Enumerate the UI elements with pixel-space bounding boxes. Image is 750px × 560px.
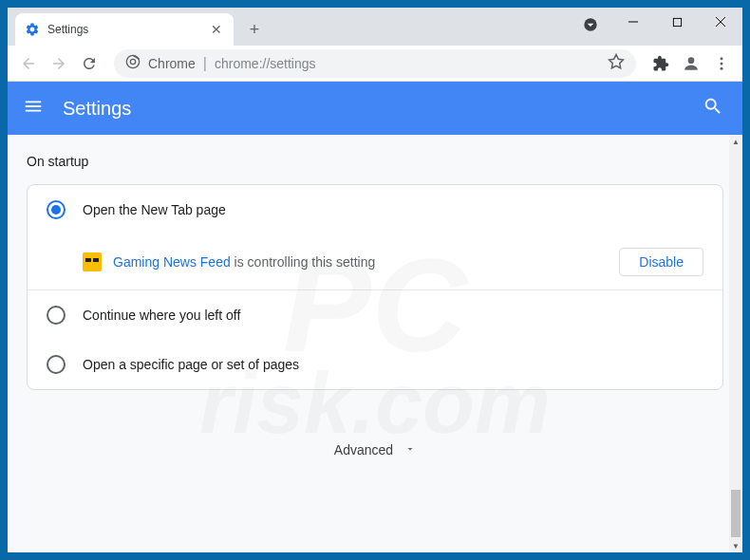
svg-point-5 [126, 55, 139, 67]
disable-button[interactable]: Disable [619, 248, 703, 276]
extension-name-link[interactable]: Gaming News Feed [113, 254, 231, 270]
startup-options-card: Open the New Tab page Gaming News Feed i… [27, 184, 723, 390]
scroll-thumb[interactable] [731, 490, 741, 537]
svg-point-8 [688, 57, 695, 64]
page-title: Settings [63, 98, 131, 120]
settings-gear-icon [25, 22, 40, 37]
controlled-by-extension-row: Gaming News Feed is controlling this set… [28, 234, 722, 290]
option-label: Open a specific page or set of pages [83, 357, 299, 372]
address-label: Chrome [148, 56, 196, 71]
address-bar[interactable]: Chrome | chrome://settings [114, 49, 636, 78]
hamburger-menu-icon[interactable] [23, 96, 44, 121]
radio-specific[interactable] [47, 355, 66, 374]
content-area: Settings PC risk.com On startup Open the… [8, 82, 742, 552]
close-tab-icon[interactable]: ✕ [209, 22, 224, 37]
forward-button[interactable] [46, 50, 72, 77]
search-icon[interactable] [703, 96, 723, 121]
browser-tab[interactable]: Settings ✕ [15, 13, 234, 46]
advanced-label: Advanced [334, 442, 393, 457]
option-continue[interactable]: Continue where you left off [28, 290, 722, 340]
reload-button[interactable] [76, 50, 103, 77]
kebab-menu-icon[interactable] [708, 50, 735, 77]
svg-point-10 [721, 62, 723, 65]
svg-rect-2 [673, 18, 681, 26]
radio-continue[interactable] [47, 306, 66, 325]
minimize-button[interactable] [611, 8, 655, 36]
tab-action-icon[interactable] [581, 15, 600, 34]
window-controls [611, 8, 742, 36]
back-button[interactable] [15, 50, 42, 77]
new-tab-button[interactable]: + [241, 16, 268, 43]
browser-window: Settings ✕ + [8, 8, 742, 552]
svg-point-6 [130, 59, 135, 64]
profile-avatar-icon[interactable] [678, 50, 704, 77]
controlled-suffix: is controlling this setting [231, 254, 376, 270]
option-label: Continue where you left off [83, 308, 240, 323]
close-window-button[interactable] [699, 8, 742, 36]
advanced-toggle[interactable]: Advanced [27, 428, 723, 472]
address-divider: | [203, 55, 207, 72]
extensions-puzzle-icon[interactable] [647, 50, 674, 77]
settings-header: Settings [8, 82, 742, 135]
option-new-tab[interactable]: Open the New Tab page [28, 185, 722, 234]
settings-body: PC risk.com On startup Open the New Tab … [8, 135, 742, 552]
scrollbar[interactable]: ▲ ▼ [729, 135, 742, 552]
maximize-button[interactable] [655, 8, 699, 36]
address-url: chrome://settings [215, 56, 600, 71]
chrome-icon [125, 54, 141, 73]
option-label: Open the New Tab page [83, 202, 226, 217]
browser-toolbar: Chrome | chrome://settings [8, 46, 742, 82]
option-specific[interactable]: Open a specific page or set of pages [28, 340, 722, 389]
controlled-text: Gaming News Feed is controlling this set… [113, 254, 608, 270]
titlebar: Settings ✕ + [8, 8, 742, 46]
section-title: On startup [27, 154, 723, 169]
scroll-up-arrow-icon[interactable]: ▲ [729, 135, 742, 148]
chevron-down-icon [404, 441, 416, 458]
tab-title: Settings [47, 23, 201, 36]
svg-point-9 [721, 57, 723, 60]
extension-icon [83, 252, 102, 271]
radio-new-tab[interactable] [47, 200, 66, 219]
bookmark-star-icon[interactable] [608, 53, 625, 74]
scroll-down-arrow-icon[interactable]: ▼ [729, 539, 742, 552]
svg-point-11 [721, 66, 723, 69]
